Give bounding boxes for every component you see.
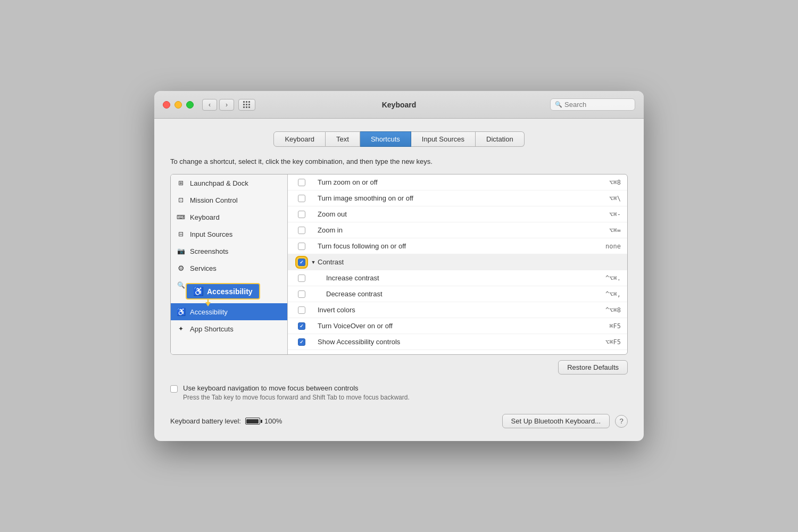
mission-control-icon: ⊡ (176, 195, 186, 205)
battery-label: Keyboard battery level: (170, 417, 241, 425)
tab-dictation[interactable]: Dictation (476, 131, 525, 147)
keyboard-nav-text: Use keyboard navigation to move focus be… (183, 384, 628, 401)
window-title: Keyboard (382, 101, 417, 109)
tab-input-sources[interactable]: Input Sources (411, 131, 476, 147)
keyboard-preferences-window: ‹ › Keyboard 🔍 Keyboard Text Shortcuts I… (154, 91, 644, 441)
shortcut-row-zoom-in: Zoom in ⌥⌘= (288, 222, 627, 238)
checkbox-image-smoothing[interactable] (298, 195, 305, 202)
shortcut-label-focus-following: Turn focus following on or off (318, 242, 605, 250)
shortcut-key-increase-contrast: ^⌥⌘. (605, 275, 621, 282)
close-button[interactable] (163, 101, 170, 109)
shortcut-row-increase-contrast: Increase contrast ^⌥⌘. (288, 270, 627, 286)
shortcut-row-zoom-out: Zoom out ⌥⌘- (288, 206, 627, 222)
grid-button[interactable] (238, 99, 255, 111)
spotlight-icon: 🔍 (176, 280, 186, 290)
shortcut-key-show-accessibility: ⌥⌘F5 (605, 338, 621, 346)
checkbox-invert-colors[interactable] (298, 306, 305, 314)
sidebar-item-input-sources[interactable]: ⊟ Input Sources (171, 226, 287, 243)
shortcut-label-zoom-in: Zoom in (318, 226, 609, 234)
shortcut-row-zoom-on-off: Turn zoom on or off ⌥⌘8 (288, 174, 627, 190)
sidebar-item-screenshots[interactable]: 📷 Screenshots (171, 243, 287, 260)
bluetooth-keyboard-button[interactable]: Set Up Bluetooth Keyboard... (502, 414, 610, 428)
tab-text[interactable]: Text (326, 131, 360, 147)
forward-button[interactable]: › (219, 99, 234, 111)
shortcut-row-invert-colors: Invert colors ^⌥⌘8 (288, 302, 627, 318)
sidebar-item-label: Services (190, 264, 217, 272)
checkbox-zoom-out[interactable] (298, 211, 305, 218)
screenshots-icon: 📷 (176, 246, 186, 256)
battery-info: Keyboard battery level: 100% (170, 417, 282, 425)
sidebar: ⊞ Launchpad & Dock ⊡ Mission Control ⌨ K… (171, 174, 288, 354)
shortcut-key-zoom-in: ⌥⌘= (609, 227, 621, 234)
help-button[interactable]: ? (615, 415, 628, 428)
checkbox-zoom-in[interactable] (298, 227, 305, 234)
shortcut-label-voiceover: Turn VoiceOver on or off (318, 322, 609, 330)
restore-defaults-row: Restore Defaults (170, 360, 628, 375)
input-sources-icon: ⊟ (176, 229, 186, 239)
sidebar-item-app-shortcuts[interactable]: ✦ App Shortcuts (171, 320, 287, 337)
shortcut-row-show-accessibility: Show Accessibility controls ⌥⌘F5 (288, 334, 627, 350)
sidebar-item-launchpad[interactable]: ⊞ Launchpad & Dock (171, 174, 287, 192)
keyboard-nav-label: Use keyboard navigation to move focus be… (183, 384, 628, 392)
restore-defaults-button[interactable]: Restore Defaults (558, 360, 628, 375)
grid-icon (243, 101, 251, 109)
sidebar-item-accessibility-wrapper: ♿ Accessibility ♿ Accessibility (171, 294, 287, 320)
checkbox-decrease-contrast[interactable] (298, 290, 305, 298)
sidebar-item-label: Keyboard (190, 213, 220, 221)
shortcut-label-image-smoothing: Turn image smoothing on or off (318, 194, 609, 202)
footer-buttons: Set Up Bluetooth Keyboard... ? (502, 414, 628, 428)
keyboard-nav-checkbox[interactable] (170, 385, 178, 393)
keyboard-icon: ⌨ (176, 212, 186, 222)
tab-shortcuts[interactable]: Shortcuts (360, 131, 411, 147)
battery-percent: 100% (264, 417, 282, 425)
shortcut-key-voiceover: ⌘F5 (609, 322, 621, 330)
tab-keyboard[interactable]: Keyboard (273, 131, 326, 147)
traffic-lights (163, 101, 194, 109)
battery-fill (246, 419, 259, 423)
shortcut-key-zoom-on-off: ⌥⌘8 (609, 179, 621, 186)
shortcut-label-zoom-on-off: Turn zoom on or off (318, 178, 609, 186)
shortcut-row-image-smoothing: Turn image smoothing on or off ⌥⌘\ (288, 190, 627, 206)
nav-buttons: ‹ › (202, 99, 255, 111)
sidebar-item-label: App Shortcuts (190, 325, 234, 333)
shortcut-key-focus-following: none (605, 243, 621, 250)
detail-panel: Turn zoom on or off ⌥⌘8 Turn image smoot… (288, 174, 627, 354)
launchpad-icon: ⊞ (176, 178, 186, 188)
footer-row: Keyboard battery level: 100% Set Up Blue… (170, 414, 628, 428)
sidebar-item-accessibility[interactable]: ♿ Accessibility (171, 303, 287, 320)
main-panel: ⊞ Launchpad & Dock ⊡ Mission Control ⌨ K… (170, 174, 628, 355)
app-shortcuts-icon: ✦ (176, 324, 186, 334)
keyboard-nav-desc: Press the Tab key to move focus forward … (183, 394, 628, 401)
shortcut-row-focus-following: Turn focus following on or off none (288, 238, 627, 254)
search-input[interactable] (564, 101, 630, 109)
shortcut-label-contrast-group: Contrast (318, 258, 621, 266)
sidebar-item-keyboard[interactable]: ⌨ Keyboard (171, 209, 287, 226)
minimize-button[interactable] (174, 101, 182, 109)
checkbox-show-accessibility[interactable] (298, 338, 305, 346)
checkbox-focus-following[interactable] (298, 243, 305, 250)
shortcut-label-increase-contrast: Increase contrast (318, 274, 605, 282)
sidebar-item-mission-control[interactable]: ⊡ Mission Control (171, 192, 287, 209)
shortcut-key-zoom-out: ⌥⌘- (609, 211, 621, 218)
zoom-button[interactable] (186, 101, 194, 109)
shortcut-key-decrease-contrast: ^⌥⌘, (605, 290, 621, 298)
sidebar-item-label: Input Sources (190, 230, 232, 238)
checkbox-zoom-on-off[interactable] (298, 179, 305, 186)
shortcut-label-invert-colors: Invert colors (318, 306, 605, 314)
back-button[interactable]: ‹ (202, 99, 217, 111)
shortcut-row-voiceover: Turn VoiceOver on or off ⌘F5 (288, 318, 627, 334)
checkbox-increase-contrast[interactable] (298, 275, 305, 282)
sidebar-item-label: Mission Control (190, 196, 238, 204)
content-area: Keyboard Text Shortcuts Input Sources Di… (154, 119, 644, 441)
sidebar-item-label: Launchpad & Dock (190, 179, 248, 187)
checkbox-contrast-group[interactable] (298, 259, 305, 266)
tab-bar: Keyboard Text Shortcuts Input Sources Di… (170, 131, 628, 147)
checkbox-voiceover[interactable] (298, 322, 305, 330)
shortcut-label-show-accessibility: Show Accessibility controls (318, 338, 605, 346)
sidebar-item-label: Screenshots (190, 247, 228, 255)
accessibility-callout: ♿ Accessibility (186, 283, 260, 300)
search-box[interactable]: 🔍 (550, 98, 635, 111)
sidebar-item-services[interactable]: ⚙ Services (171, 260, 287, 277)
accessibility-icon: ♿ (176, 307, 186, 317)
expand-contrast-group[interactable]: ▼ (309, 260, 318, 265)
